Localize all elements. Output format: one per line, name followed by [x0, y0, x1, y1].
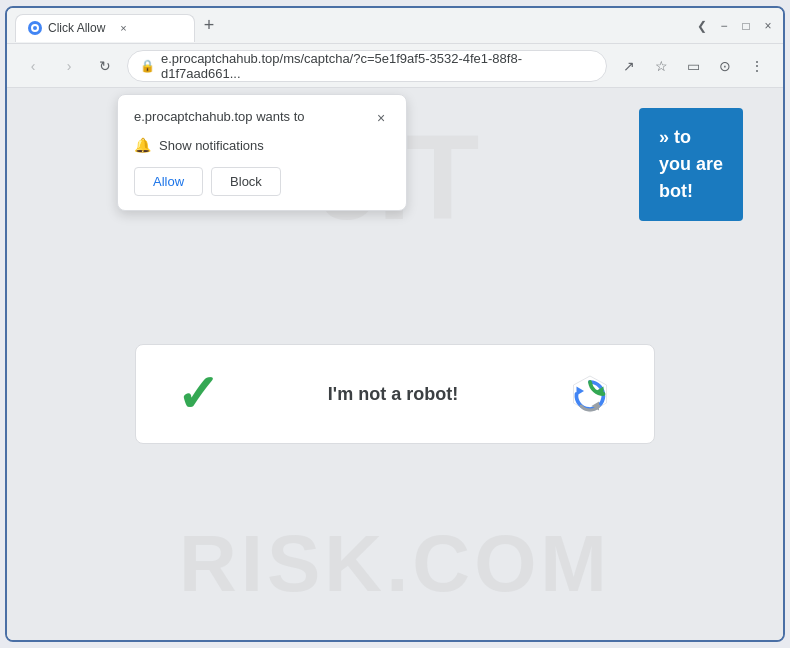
share-button[interactable]: ↗ [615, 52, 643, 80]
popup-title: e.procaptchahub.top wants to [134, 109, 305, 124]
tab-close-button[interactable]: × [115, 20, 131, 36]
nav-actions: ↗ ☆ ▭ ⊙ ⋮ [615, 52, 771, 80]
refresh-button[interactable]: ↻ [91, 52, 119, 80]
banner-line3: bot! [659, 181, 693, 201]
watermark-bottom: RISK.COM [179, 518, 611, 610]
notification-text: Show notifications [159, 138, 264, 153]
close-button[interactable]: × [761, 19, 775, 33]
popup-buttons: Allow Block [134, 167, 390, 196]
tab-favicon-inner [31, 24, 39, 32]
checkmark-icon: ✓ [176, 368, 220, 420]
back-button[interactable]: ‹ [19, 52, 47, 80]
tab-strip: Click Allow × + [15, 8, 687, 43]
cast-button[interactable]: ▭ [679, 52, 707, 80]
minimize-button[interactable]: − [717, 19, 731, 33]
popup-notification-row: 🔔 Show notifications [134, 137, 390, 153]
popup-header: e.procaptchahub.top wants to × [134, 109, 390, 127]
recaptcha-icon [566, 370, 614, 418]
bell-icon: 🔔 [134, 137, 151, 153]
banner-line2: you are [659, 154, 723, 174]
popup-close-button[interactable]: × [372, 109, 390, 127]
new-tab-button[interactable]: + [195, 12, 223, 40]
active-tab[interactable]: Click Allow × [15, 14, 195, 42]
maximize-button[interactable]: □ [739, 19, 753, 33]
forward-button[interactable]: › [55, 52, 83, 80]
browser-window: Click Allow × + ❮ − □ × ‹ › ↻ 🔒 e.procap… [5, 6, 785, 642]
chevron-down-icon[interactable]: ❮ [695, 19, 709, 33]
lock-icon: 🔒 [140, 59, 155, 73]
nav-bar: ‹ › ↻ 🔒 e.procaptchahub.top/ms/captcha/?… [7, 44, 783, 88]
address-bar[interactable]: 🔒 e.procaptchahub.top/ms/captcha/?c=5e1f… [127, 50, 607, 82]
tab-label: Click Allow [48, 21, 105, 35]
content-area: 9IT RISK.COM » to you are bot! ✓ I'm not… [7, 88, 783, 640]
notification-popup: e.procaptchahub.top wants to × 🔔 Show no… [117, 94, 407, 211]
block-button[interactable]: Block [211, 167, 281, 196]
profile-button[interactable]: ⊙ [711, 52, 739, 80]
captcha-label: I'm not a robot! [328, 384, 458, 405]
tab-favicon [28, 21, 42, 35]
banner-line1: » to [659, 127, 691, 147]
address-text: e.procaptchahub.top/ms/captcha/?c=5e1f9a… [161, 51, 594, 81]
window-controls: ❮ − □ × [695, 19, 775, 33]
recaptcha-logo [566, 370, 614, 418]
captcha-box[interactable]: ✓ I'm not a robot! [135, 344, 655, 444]
allow-button[interactable]: Allow [134, 167, 203, 196]
bookmark-button[interactable]: ☆ [647, 52, 675, 80]
title-bar: Click Allow × + ❮ − □ × [7, 8, 783, 44]
menu-button[interactable]: ⋮ [743, 52, 771, 80]
blue-banner: » to you are bot! [639, 108, 743, 221]
